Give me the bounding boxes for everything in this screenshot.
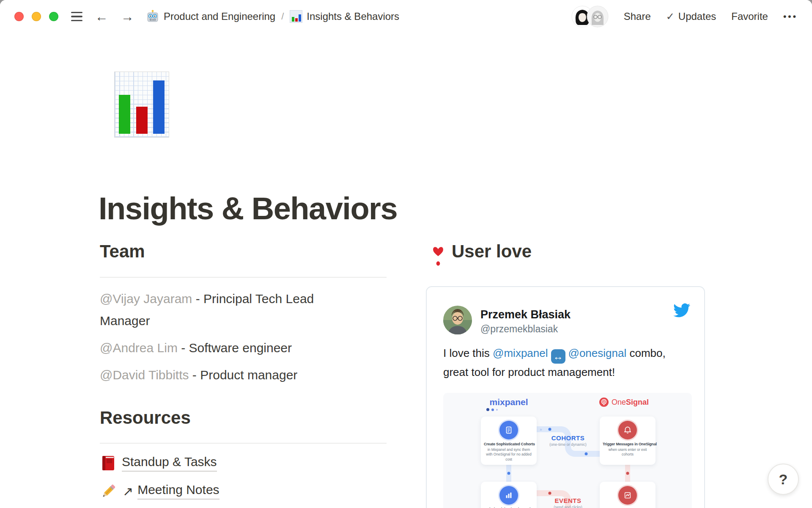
diagram-card-trigger-messages: Trigger Messages in OneSignal when users… bbox=[600, 417, 656, 465]
ellipsis-icon: ••• bbox=[783, 11, 798, 22]
events-label: EVENTS (send and clicks) bbox=[540, 497, 595, 508]
mention-link[interactable]: @David Tibbitts bbox=[100, 368, 189, 382]
collaborator-avatar-2 bbox=[587, 6, 609, 28]
tweet-avatar-image bbox=[443, 306, 472, 334]
updates-label: Updates bbox=[678, 11, 716, 22]
bar-chart-icon bbox=[499, 486, 518, 505]
breadcrumb-page-label: Insights & Behaviors bbox=[307, 11, 399, 22]
divider bbox=[100, 443, 387, 444]
tweet-embed-card: Przemek Błasiak @przemekblasiak I love t… bbox=[426, 286, 705, 508]
tweet-text: I love this @mixpanel↔@onesignal combo, … bbox=[443, 345, 688, 381]
twitter-bird-icon[interactable] bbox=[673, 303, 690, 318]
page-icon-bar-chart[interactable] bbox=[114, 72, 169, 138]
back-button[interactable]: ← bbox=[95, 10, 108, 23]
onesignal-mention-link[interactable]: @onesignal bbox=[568, 347, 627, 359]
breadcrumb-workspace[interactable]: Product and Engineering bbox=[146, 10, 275, 23]
collaborator-avatars[interactable] bbox=[571, 6, 609, 28]
svg-text:»: » bbox=[540, 427, 542, 432]
team-member: @Andrea Lim - Software engineer bbox=[100, 337, 342, 359]
team-member: @Vijay Jayaram - Principal Tech Lead Man… bbox=[100, 288, 342, 332]
updates-button[interactable]: ✓ Updates bbox=[666, 11, 716, 22]
robot-emoji-icon bbox=[146, 10, 159, 23]
tweet-media-image[interactable]: mixpanel OneSignal bbox=[443, 393, 692, 508]
breadcrumb-separator: / bbox=[281, 11, 284, 22]
link-label: Meeting Notes bbox=[137, 483, 219, 500]
resources-heading: Resources bbox=[100, 408, 191, 428]
team-heading: Team bbox=[100, 241, 145, 262]
link-meeting-notes[interactable]: ↗ Meeting Notes bbox=[101, 483, 219, 500]
member-role: - Product manager bbox=[189, 368, 298, 382]
line-chart-icon bbox=[618, 486, 637, 505]
link-standup-tasks[interactable]: Standup & Tasks bbox=[101, 455, 217, 472]
favorite-label: Favorite bbox=[731, 11, 768, 22]
window-topbar: ← → Product and Engineering bbox=[0, 0, 812, 33]
tweet-author-name[interactable]: Przemek Błasiak bbox=[480, 308, 571, 321]
share-button[interactable]: Share bbox=[624, 11, 651, 22]
notion-window: ← → Product and Engineering bbox=[0, 0, 812, 508]
bell-icon bbox=[618, 421, 637, 439]
help-button[interactable]: ? bbox=[768, 464, 799, 495]
north-east-arrow-icon: ↗ bbox=[123, 484, 133, 499]
mention-link[interactable]: @Vijay Jayaram bbox=[100, 292, 192, 306]
divider bbox=[100, 277, 387, 278]
traffic-lights bbox=[14, 12, 58, 21]
bar-chart-emoji-icon bbox=[290, 10, 302, 23]
more-options-button[interactable]: ••• bbox=[783, 11, 798, 22]
topbar-actions: Share ✓ Updates Favorite ••• bbox=[571, 6, 798, 28]
mention-link[interactable]: @Andrea Lim bbox=[100, 341, 178, 355]
breadcrumb: Product and Engineering / Insights & Beh… bbox=[146, 10, 399, 23]
team-list: @Vijay Jayaram - Principal Tech Lead Man… bbox=[100, 288, 342, 391]
tweet-author-handle[interactable]: @przemekblasiak bbox=[480, 323, 558, 335]
page-title: Insights & Behaviors bbox=[99, 190, 397, 226]
check-icon: ✓ bbox=[666, 11, 675, 22]
sidebar-menu-button[interactable] bbox=[71, 12, 82, 22]
diagram-card-find-insights: Find Insights in Mixpanel with powerful … bbox=[481, 482, 537, 508]
document-icon bbox=[499, 421, 518, 439]
team-member: @David Tibbitts - Product manager bbox=[100, 364, 342, 386]
link-label: Standup & Tasks bbox=[122, 455, 217, 472]
share-label: Share bbox=[624, 11, 651, 22]
close-window-button[interactable] bbox=[14, 12, 24, 21]
zoom-window-button[interactable] bbox=[49, 12, 58, 21]
minimize-window-button[interactable] bbox=[32, 12, 41, 21]
left-right-arrow-emoji: ↔ bbox=[551, 349, 565, 364]
forward-button[interactable]: → bbox=[121, 10, 134, 23]
breadcrumb-workspace-label: Product and Engineering bbox=[164, 11, 275, 22]
heart-exclamation-emoji-icon bbox=[430, 245, 447, 267]
user-love-heading: User love bbox=[452, 241, 532, 262]
diagram-card-measure-engagement: Measure User Engagement with messages, t… bbox=[600, 482, 656, 508]
breadcrumb-page[interactable]: Insights & Behaviors bbox=[290, 10, 399, 23]
favorite-button[interactable]: Favorite bbox=[731, 11, 768, 22]
red-book-emoji-icon bbox=[101, 455, 116, 472]
member-role: - Software engineer bbox=[178, 341, 292, 355]
help-label: ? bbox=[779, 471, 788, 488]
pencil-emoji-icon bbox=[101, 483, 117, 500]
tweet-author-avatar[interactable] bbox=[443, 306, 472, 334]
cohorts-label: COHORTS (one-time or dynamic) bbox=[540, 434, 595, 447]
diagram-card-create-cohorts: Create Sophisticated Cohorts in Mixpanel… bbox=[481, 417, 537, 465]
tweet-text-prefix: I love this bbox=[443, 347, 493, 359]
mixpanel-mention-link[interactable]: @mixpanel bbox=[493, 347, 548, 359]
